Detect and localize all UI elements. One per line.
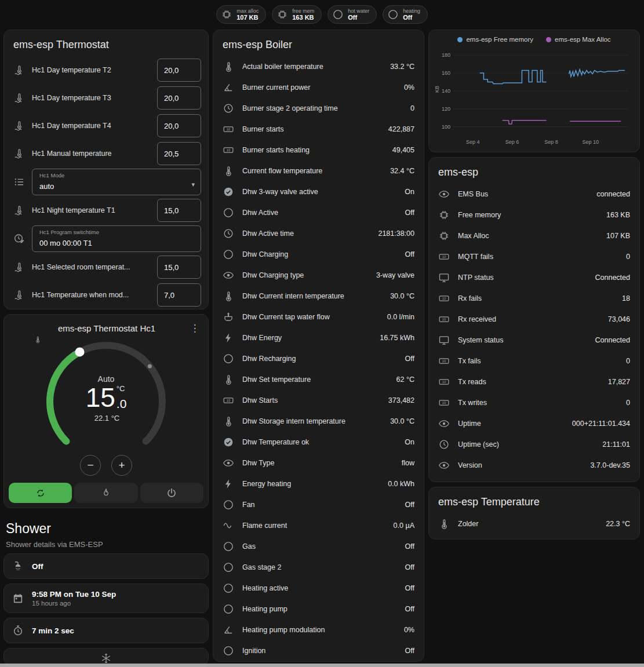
sensor-row[interactable]: Free memory163 KB xyxy=(429,205,639,225)
overflow-menu-button[interactable]: ⋮ xyxy=(187,322,202,334)
sensor-row[interactable]: 10Burner starts heating49,405 xyxy=(213,140,424,161)
sensor-row[interactable]: Dhw Active time2181:38:00 xyxy=(213,223,424,244)
sensor-row[interactable]: FanOff xyxy=(213,494,424,515)
sensor-row[interactable]: Dhw 3-way valve activeOn xyxy=(213,181,424,202)
sensor-row[interactable]: 10Tx reads17,827 xyxy=(429,371,639,392)
sensor-row[interactable]: Dhw RechargingOff xyxy=(213,348,424,369)
sensor-row[interactable]: Dhw ActiveOff xyxy=(213,202,424,223)
temp-increase-button[interactable]: + xyxy=(111,455,132,476)
sensor-row[interactable]: Energy heating0.0 kWh xyxy=(213,473,424,494)
badge-heating[interactable]: heatingOff xyxy=(383,5,428,24)
sensor-row[interactable]: 10Tx fails0 xyxy=(429,351,639,371)
number-input[interactable]: 20,0 xyxy=(157,59,201,82)
svg-text:Sep 4: Sep 4 xyxy=(466,139,480,145)
legend-item[interactable]: ems-esp Free memory xyxy=(457,36,533,43)
sensor-row[interactable]: Uptime (sec)21:11:01 xyxy=(429,434,639,455)
circle-icon xyxy=(332,9,344,20)
sensor-row[interactable]: Zolder22.3 °C xyxy=(429,513,639,534)
dashboard-columns: ems-esp Thermostat Hc1 Day temperature T… xyxy=(0,30,644,665)
sensor-row[interactable]: IgnitionOff xyxy=(213,640,424,661)
sensor-row[interactable]: Uptime000+21:11:01.434 xyxy=(429,413,639,434)
horizontal-scrollbar[interactable] xyxy=(0,664,644,667)
number-input[interactable]: 15,0 xyxy=(157,256,201,279)
sensor-label: Heating pump xyxy=(242,605,397,613)
sensor-value: On xyxy=(405,188,414,196)
sensor-row[interactable]: 10Rx received73,046 xyxy=(429,309,639,330)
sensor-row[interactable]: Dhw Storage intern temperature30.0 °C xyxy=(213,411,424,432)
sensor-row[interactable]: EMS Busconnected xyxy=(429,184,639,205)
sensor-row[interactable]: NTP statusConnected xyxy=(429,267,639,288)
sensor-row[interactable]: Dhw ChargingOff xyxy=(213,244,424,265)
memory-chart-card[interactable]: ems-esp Free memoryems-esp Max Alloc 100… xyxy=(428,30,640,152)
number-input[interactable]: 20,5 xyxy=(157,142,201,165)
number-input[interactable]: 7,0 xyxy=(157,283,201,307)
shower-timestamp-card[interactable]: 9:58 PM on Tue 10 Sep 15 hours ago xyxy=(3,584,209,613)
legend-item[interactable]: ems-esp Max Alloc xyxy=(546,36,611,43)
badge-max-alloc[interactable]: max alloc107 KB xyxy=(216,5,266,24)
control-row: Hc1 Selected room temperat...15,0 xyxy=(4,253,208,281)
bolt-icon xyxy=(223,332,234,344)
number-input[interactable]: 15,0 xyxy=(157,199,201,222)
sensor-value: connected xyxy=(596,190,630,198)
sensor-row[interactable]: Dhw Temperature okOn xyxy=(213,432,424,453)
badge-label: free mem xyxy=(292,8,314,14)
thermostat-dial[interactable]: Auto 15 °C .0 22.1 °C − + xyxy=(34,336,179,476)
sensor-row[interactable]: Heating pump modulation0% xyxy=(213,619,424,640)
dial-card-title: ems-esp Thermostat Hc1 xyxy=(13,323,187,333)
select-floating-label: Hc1 Mode xyxy=(39,172,64,178)
mode-heat-button[interactable] xyxy=(74,483,137,503)
pump-icon xyxy=(223,311,234,323)
sensor-row[interactable]: Dhw Current intern temperature30.0 °C xyxy=(213,286,424,307)
mode-select[interactable]: Hc1 Modeauto▾ xyxy=(32,169,201,195)
svg-text:120: 120 xyxy=(442,106,450,112)
sensor-row[interactable]: Dhw Energy16.75 kWh xyxy=(213,327,424,348)
sensor-row[interactable]: 10Tx writes0 xyxy=(429,392,639,413)
sensor-value: Off xyxy=(405,355,414,363)
sensor-row[interactable]: Heating activeOff xyxy=(213,578,424,599)
sensor-row[interactable]: Dhw Set temperature62 °C xyxy=(213,369,424,390)
thermo-water-icon xyxy=(13,205,25,216)
shower-section-header: Shower Shower details via EMS-ESP xyxy=(3,513,209,549)
mode-off-button[interactable] xyxy=(140,483,203,503)
svg-text:10: 10 xyxy=(442,359,446,363)
sensor-row[interactable]: Burner current power0% xyxy=(213,77,424,98)
sensor-row[interactable]: GasOff xyxy=(213,536,424,557)
shower-state-card[interactable]: Off xyxy=(3,553,209,579)
sensor-value: 422,887 xyxy=(388,125,414,133)
eye-icon xyxy=(438,418,450,429)
sensor-row[interactable]: System statusConnected xyxy=(429,330,639,351)
sensor-value: Off xyxy=(405,563,414,571)
sensor-row[interactable]: Actual boiler temperature33.2 °C xyxy=(213,56,424,77)
badge-hot-water[interactable]: hot waterOff xyxy=(328,5,377,24)
text-input[interactable]: Hc1 Program switchtime00 mo 00:00 T1 xyxy=(32,225,201,252)
sensor-row[interactable]: Burner stage 2 operating time0 xyxy=(213,98,424,119)
shower-duration-card[interactable]: 7 min 2 sec xyxy=(3,618,209,643)
shower-timestamp: 9:58 PM on Tue 10 Sep xyxy=(32,590,116,599)
number-input[interactable]: 20,0 xyxy=(157,86,201,110)
sensor-label: Dhw Charging type xyxy=(242,271,368,279)
badge-free-mem[interactable]: free mem163 KB xyxy=(272,5,322,24)
number-input[interactable]: 20,0 xyxy=(157,114,201,137)
partial-climate-card[interactable] xyxy=(3,648,209,665)
temp-decrease-button[interactable]: − xyxy=(80,455,101,476)
sensor-row[interactable]: Max Alloc107 KB xyxy=(429,225,639,246)
mode-auto-button[interactable] xyxy=(9,483,72,503)
sensor-row[interactable]: Dhw Current tap water flow0.0 l/min xyxy=(213,307,424,327)
sensor-row[interactable]: 10Rx fails18 xyxy=(429,288,639,309)
sensor-row[interactable]: Flame current0.0 µA xyxy=(213,515,424,536)
sensor-row[interactable]: Version3.7.0-dev.35 xyxy=(429,455,639,476)
circle-icon xyxy=(223,353,234,365)
sensor-row[interactable]: Gas stage 2Off xyxy=(213,557,424,578)
sensor-row[interactable]: Dhw Typeflow xyxy=(213,453,424,473)
sensor-row[interactable]: Heating pumpOff xyxy=(213,599,424,619)
sensor-value: 0.0 l/min xyxy=(387,313,414,321)
thermo-icon xyxy=(223,165,234,177)
sensor-label: Tx writes xyxy=(458,399,618,407)
sensor-row[interactable]: 10Burner starts422,887 xyxy=(213,119,424,140)
sensor-row[interactable]: 10MQTT fails0 xyxy=(429,246,639,267)
sensor-row[interactable]: Dhw Charging type3-way valve xyxy=(213,265,424,286)
circle-icon xyxy=(223,562,234,573)
sensor-row[interactable]: 10Dhw Starts373,482 xyxy=(213,390,424,411)
thermo-water-icon xyxy=(13,148,25,159)
sensor-row[interactable]: Current flow temperature32.4 °C xyxy=(213,161,424,181)
